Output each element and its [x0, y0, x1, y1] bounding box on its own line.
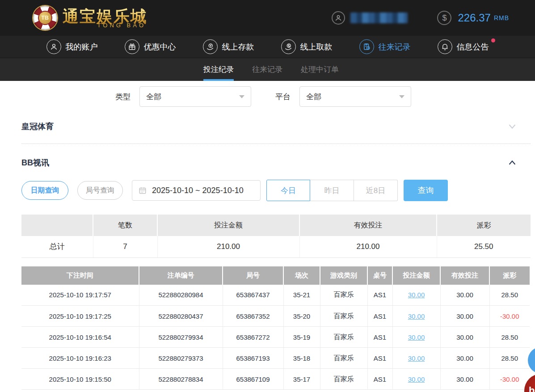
filter-row: 类型 全部 平台 全部: [21, 86, 531, 107]
table-cell: -30.00: [489, 306, 530, 327]
username-redacted: [350, 13, 408, 23]
table-cell: 522880280984: [139, 285, 223, 306]
search-button[interactable]: 查询: [404, 180, 448, 201]
table-cell: AS1: [367, 348, 392, 369]
summary-cell: 25.50: [437, 236, 531, 257]
summary-cell: 总计: [21, 236, 93, 257]
table-cell: 653867109: [223, 369, 283, 390]
bet-amount-link[interactable]: 30.00: [392, 348, 440, 369]
chevron-down-icon: [239, 95, 244, 98]
table-cell: 2025-10-10 19:16:23: [21, 348, 139, 369]
deposit-icon: [203, 39, 218, 54]
table-row: 2025-10-10 19:16:54522880279934653867272…: [21, 327, 530, 348]
table-header-cell: 桌号: [367, 266, 392, 285]
wallet-balance[interactable]: $ 226.37 RMB: [437, 11, 509, 25]
table-cell: 522880279934: [139, 327, 223, 348]
table-cell: 2025-10-10 19:16:54: [21, 327, 139, 348]
nav-item-records[interactable]: 往来记录: [359, 39, 411, 54]
table-cell: 522880279373: [139, 348, 223, 369]
table-cell: 35-20: [283, 306, 320, 327]
type-select[interactable]: 全部: [139, 86, 251, 107]
date-range-input[interactable]: 2025-10-10 ~ 2025-10-10: [132, 180, 261, 201]
section-crown-sports[interactable]: 皇冠体育: [21, 107, 531, 144]
table-cell: AS1: [367, 285, 392, 306]
table-cell: 653867272: [223, 327, 283, 348]
site-logo[interactable]: TB 通宝娱乐城 TONG BAO: [33, 6, 147, 30]
query-toolbar: 日期查询 局号查询 2025-10-10 ~ 2025-10-10 今日 昨日 …: [21, 180, 531, 201]
table-cell: 28.50: [489, 348, 530, 369]
table-cell: 30.00: [440, 306, 489, 327]
platform-select[interactable]: 全部: [299, 86, 411, 107]
yesterday-button[interactable]: 昨日: [310, 180, 354, 201]
table-header-cell: 场次: [283, 266, 320, 285]
table-cell: 35-21: [283, 285, 320, 306]
type-filter-label: 类型: [115, 92, 131, 102]
balance-currency: RMB: [494, 14, 509, 21]
table-cell: 28.50: [489, 327, 530, 348]
table-cell: 653867437: [223, 285, 283, 306]
section-bb-video[interactable]: BB视讯: [21, 144, 531, 168]
table-cell: AS1: [367, 306, 392, 327]
top-header: TB 通宝娱乐城 TONG BAO $ 226.37 RMB: [0, 0, 535, 36]
table-cell: 653867352: [223, 306, 283, 327]
bet-amount-link[interactable]: 30.00: [392, 327, 440, 348]
records-icon: [359, 39, 374, 54]
summary-cell: 210.00: [157, 236, 299, 257]
nav-item-withdraw[interactable]: 线上取款: [281, 39, 333, 54]
bet-amount-link[interactable]: 30.00: [392, 306, 440, 327]
nav-item-deposit[interactable]: 线上存款: [203, 39, 254, 54]
table-cell: 百家乐: [320, 285, 367, 306]
nav-item-gift[interactable]: 优惠中心: [125, 39, 176, 54]
today-button[interactable]: 今日: [266, 180, 310, 201]
nav-item-bell[interactable]: 信息公告: [438, 39, 489, 54]
summary-header-cell: 派彩: [437, 215, 531, 236]
table-cell: -30.00: [489, 369, 530, 390]
table-header-cell: 派彩: [489, 266, 530, 285]
table-cell: 30.00: [440, 285, 489, 306]
table-cell: AS1: [367, 369, 392, 390]
table-cell: 百家乐: [320, 348, 367, 369]
subtab-0[interactable]: 投注纪录: [203, 58, 234, 81]
user-account[interactable]: [332, 11, 408, 25]
table-header-cell: 游戏类别: [320, 266, 367, 285]
table-cell: 2025-10-10 19:17:25: [21, 306, 139, 327]
table-row: 2025-10-10 19:17:25522880280437653867352…: [21, 306, 530, 327]
gift-icon: [125, 39, 139, 54]
summary-cell: 210.00: [299, 236, 437, 257]
user-icon: [46, 39, 61, 54]
table-cell: 2025-10-10 19:17:57: [21, 285, 139, 306]
table-row: 2025-10-10 19:17:57522880280984653867437…: [21, 285, 530, 306]
bet-amount-link[interactable]: 30.00: [392, 285, 440, 306]
dollar-coin-icon: $: [437, 11, 451, 25]
table-cell: 28.50: [489, 285, 530, 306]
main-nav: 我的账户 优惠中心 线上存款 线上取款 往来记录 信息公告: [0, 36, 535, 58]
table-cell: 百家乐: [320, 369, 367, 390]
table-header-cell: 投注金额: [392, 266, 440, 285]
table-header-cell: 有效投注: [440, 266, 489, 285]
summary-table: 笔数投注金额有效投注派彩 总计7210.00210.0025.50: [21, 215, 531, 258]
table-cell: 百家乐: [320, 327, 367, 348]
chevron-down-icon[interactable]: [507, 122, 517, 131]
table-cell: 2025-10-10 19:15:50: [21, 369, 139, 390]
bet-amount-link[interactable]: 30.00: [392, 369, 440, 390]
table-cell: 30.00: [440, 327, 489, 348]
round-query-button[interactable]: 局号查询: [77, 181, 123, 200]
table-cell: 30.00: [440, 369, 489, 390]
last8days-button[interactable]: 近8日: [354, 180, 398, 201]
user-avatar-icon: [332, 11, 345, 25]
subtab-1[interactable]: 往来记录: [252, 58, 282, 81]
chevron-up-icon[interactable]: [507, 158, 517, 168]
table-row: 2025-10-10 19:15:50522880278834653867109…: [21, 369, 530, 390]
section-title-bb: BB视讯: [21, 157, 49, 168]
table-cell: 35-17: [283, 369, 320, 390]
date-query-button[interactable]: 日期查询: [21, 181, 68, 200]
nav-item-user[interactable]: 我的账户: [46, 39, 98, 54]
quick-range-group: 今日 昨日 近8日: [266, 180, 398, 201]
table-row: 2025-10-10 19:16:23522880279373653867193…: [21, 348, 530, 369]
chat-letter: b: [529, 385, 535, 392]
subtab-2[interactable]: 处理中订单: [301, 58, 339, 81]
summary-header-cell: 投注金额: [157, 215, 299, 236]
summary-header-cell: [21, 215, 93, 236]
section-title-crown: 皇冠体育: [21, 121, 54, 132]
calendar-icon: [139, 186, 147, 194]
